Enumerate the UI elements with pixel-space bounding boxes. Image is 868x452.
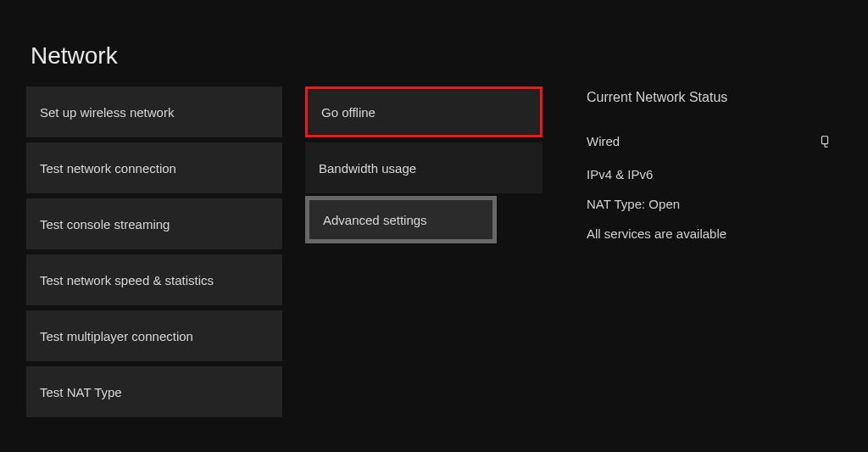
status-connection-label: Wired (587, 134, 620, 148)
wired-icon (819, 135, 831, 148)
tile-label: Test network speed & statistics (40, 273, 214, 287)
page-title: Network (31, 42, 118, 70)
tile-test-multiplayer[interactable]: Test multiplayer connection (26, 310, 282, 361)
column-middle: Go offline Bandwidth usage Advanced sett… (305, 86, 542, 248)
tile-bandwidth-usage[interactable]: Bandwidth usage (305, 142, 542, 193)
tile-test-console-streaming[interactable]: Test console streaming (26, 198, 282, 249)
tile-advanced-settings[interactable]: Advanced settings (305, 196, 497, 243)
tile-label: Bandwidth usage (319, 161, 416, 176)
tile-label: Advanced settings (323, 213, 427, 227)
status-heading: Current Network Status (587, 90, 841, 105)
status-connection-row: Wired (587, 134, 841, 148)
tile-test-nat-type[interactable]: Test NAT Type (26, 366, 282, 417)
tile-label: Set up wireless network (40, 105, 174, 120)
tile-label: Go offline (321, 105, 376, 120)
svg-rect-0 (821, 136, 827, 143)
status-nat: NAT Type: Open (587, 197, 841, 211)
tile-set-up-wireless[interactable]: Set up wireless network (26, 86, 282, 137)
tile-test-network-connection[interactable]: Test network connection (26, 142, 282, 193)
tile-go-offline[interactable]: Go offline (305, 86, 542, 137)
column-left: Set up wireless network Test network con… (26, 86, 282, 422)
tile-label: Test network connection (40, 161, 176, 176)
status-services: All services are available (587, 226, 841, 241)
tile-label: Test console streaming (40, 217, 170, 232)
tile-label: Test NAT Type (40, 385, 122, 399)
tile-label: Test multiplayer connection (40, 329, 193, 343)
status-panel: Current Network Status Wired IPv4 & IPv6… (587, 90, 841, 256)
status-ip: IPv4 & IPv6 (587, 167, 841, 181)
tile-test-speed-statistics[interactable]: Test network speed & statistics (26, 254, 282, 305)
